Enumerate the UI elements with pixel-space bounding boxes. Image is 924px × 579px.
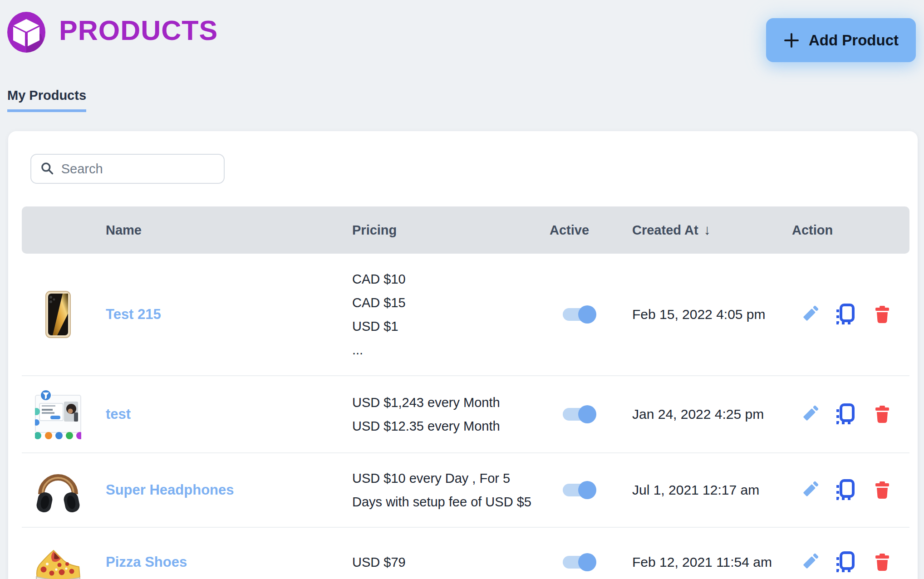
pencil-icon (800, 553, 818, 572)
price-line: USD $10 every Day , For 5 Days with setu… (352, 466, 532, 514)
product-name-link[interactable]: Test 215 (106, 306, 342, 323)
plus-icon (783, 32, 800, 49)
page-title: PRODUCTS (59, 15, 218, 46)
active-toggle-knob (578, 305, 596, 324)
delete-button[interactable] (875, 553, 890, 571)
trash-icon (875, 305, 890, 324)
product-active-cell (537, 484, 632, 496)
product-thumbnail-cell (22, 540, 106, 579)
pencil-icon (800, 405, 818, 424)
page-header: PRODUCTS Add Product (0, 0, 924, 66)
trash-icon (875, 553, 890, 571)
duplicate-button[interactable] (835, 479, 855, 501)
edit-button[interactable] (800, 405, 818, 424)
copy-icon (835, 551, 855, 573)
price-line: CAD $15 (352, 291, 532, 314)
sort-desc-icon[interactable]: ↓ (704, 222, 711, 238)
price-line: USD $1,243 every Month (352, 391, 532, 414)
price-list: CAD $10CAD $15USD $1... (352, 267, 532, 362)
product-thumbnail-cell (22, 389, 106, 440)
product-active-cell (537, 556, 632, 569)
delete-button[interactable] (875, 305, 890, 324)
table-body: Test 215 CAD $10CAD $15USD $1... Feb 15,… (22, 254, 909, 579)
active-toggle[interactable] (563, 484, 595, 496)
product-actions-cell (786, 304, 909, 325)
edit-button[interactable] (800, 553, 818, 572)
product-pricing-cell: USD $1,243 every MonthUSD $12.35 every M… (342, 391, 537, 438)
column-header-created-at[interactable]: Created At ↓ (632, 222, 786, 238)
price-line: USD $12.35 every Month (352, 414, 532, 438)
table-row: test USD $1,243 every MonthUSD $12.35 ev… (22, 376, 909, 453)
product-thumbnail (34, 291, 82, 338)
column-header-created-at-label: Created At (632, 223, 698, 238)
search-box[interactable] (30, 154, 225, 184)
product-created-at: Feb 12, 2021 11:54 am (632, 554, 786, 570)
pencil-icon (800, 305, 818, 324)
product-name-link[interactable]: test (106, 406, 342, 422)
product-created-at: Feb 15, 2022 4:05 pm (632, 307, 786, 322)
delete-button[interactable] (875, 481, 890, 499)
product-thumbnail-cell (22, 291, 106, 338)
product-image-iphone (45, 291, 71, 338)
column-header-active: Active (537, 223, 632, 238)
product-image-landing (35, 389, 81, 440)
duplicate-button[interactable] (835, 551, 855, 573)
product-active-cell (537, 308, 632, 321)
edit-button[interactable] (800, 481, 818, 500)
product-image-pizza-shoes (34, 540, 82, 579)
product-name-link[interactable]: Super Headphones (106, 482, 342, 498)
copy-icon (835, 403, 855, 425)
product-active-cell (537, 408, 632, 421)
delete-button[interactable] (875, 405, 890, 423)
active-toggle[interactable] (563, 556, 595, 569)
product-created-at: Jan 24, 2022 4:25 pm (632, 407, 786, 422)
pencil-icon (800, 481, 818, 500)
product-thumbnail (34, 389, 82, 440)
search-icon (40, 161, 55, 177)
table-row: Super Headphones USD $10 every Day , For… (22, 453, 909, 528)
product-thumbnail-cell (22, 466, 106, 514)
product-image-headphones (35, 466, 81, 514)
duplicate-button[interactable] (835, 304, 855, 325)
add-product-button[interactable]: Add Product (766, 18, 916, 62)
price-line: ... (352, 338, 532, 362)
price-list: USD $1,243 every MonthUSD $12.35 every M… (352, 391, 532, 438)
products-logo (7, 12, 45, 53)
table-row: Test 215 CAD $10CAD $15USD $1... Feb 15,… (22, 254, 909, 376)
column-header-pricing: Pricing (342, 223, 537, 238)
active-toggle[interactable] (563, 408, 595, 421)
table-header-row: Name Pricing Active Created At ↓ Action (22, 206, 909, 254)
price-line: USD $1 (352, 314, 532, 338)
active-toggle-knob (578, 481, 596, 499)
active-toggle-knob (578, 553, 596, 571)
active-toggle[interactable] (563, 308, 595, 321)
add-product-label: Add Product (809, 32, 899, 49)
column-header-name: Name (106, 223, 342, 238)
edit-button[interactable] (800, 305, 818, 324)
tabs-bar: My Products (0, 66, 924, 112)
copy-icon (835, 479, 855, 501)
product-thumbnail (34, 466, 82, 514)
price-list: USD $10 every Day , For 5 Days with setu… (352, 466, 532, 514)
column-header-action: Action (786, 223, 909, 238)
table-row: Pizza Shoes USD $79 Feb 12, 2021 11:54 a… (22, 528, 909, 579)
product-pricing-cell: USD $79 (342, 550, 537, 574)
active-toggle-knob (578, 405, 596, 423)
product-thumbnail (34, 540, 82, 579)
duplicate-button[interactable] (835, 403, 855, 425)
product-actions-cell (786, 479, 909, 501)
product-pricing-cell: CAD $10CAD $15USD $1... (342, 267, 537, 362)
product-actions-cell (786, 551, 909, 573)
price-line: CAD $10 (352, 267, 532, 291)
cube-icon (7, 12, 45, 53)
tab-my-products[interactable]: My Products (7, 88, 86, 112)
trash-icon (875, 405, 890, 423)
trash-icon (875, 481, 890, 499)
products-card: Name Pricing Active Created At ↓ Action (8, 131, 918, 579)
price-line: USD $79 (352, 550, 532, 574)
copy-icon (835, 304, 855, 325)
search-input[interactable] (61, 162, 216, 177)
product-pricing-cell: USD $10 every Day , For 5 Days with setu… (342, 466, 537, 514)
product-name-link[interactable]: Pizza Shoes (106, 554, 342, 570)
price-list: USD $79 (352, 550, 532, 574)
